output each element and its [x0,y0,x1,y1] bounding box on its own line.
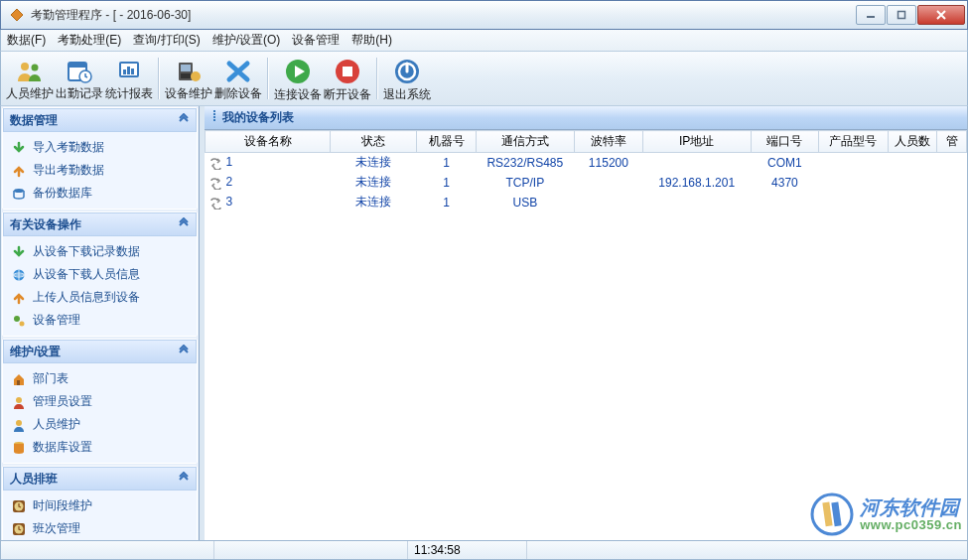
sidebar-item[interactable]: 部门表 [3,367,197,390]
svg-rect-13 [181,65,191,71]
panel-body: 导入考勤数据导出考勤数据备份数据库 [3,132,197,209]
svg-point-28 [16,397,22,403]
grid-column-header[interactable]: 产品型号 [819,131,888,153]
menu-maintain[interactable]: 维护/设置(O) [212,32,281,49]
cell [937,153,967,173]
sidebar-panel: 维护/设置部门表管理员设置人员维护数据库设置 [2,339,198,464]
admin-icon [11,394,27,410]
toolbar-separator [267,58,269,99]
svg-point-3 [32,64,39,70]
table-row[interactable]: 1未连接1RS232/RS485115200COM1 [206,153,967,173]
menu-data[interactable]: 数据(F) [7,32,46,49]
sidebar-item[interactable]: 人员维护 [3,413,197,436]
down-green-icon [11,244,27,260]
svg-point-2 [21,63,29,70]
content-header-icon [210,109,218,126]
svg-rect-35 [213,110,215,112]
globe-icon [11,267,27,283]
toolbar-connect-device[interactable]: 连接设备 [273,55,323,102]
sidebar-item-label: 从设备下载记录数据 [33,243,140,260]
menu-device[interactable]: 设备管理 [292,32,340,49]
toolbar-label: 连接设备 [274,86,322,103]
refresh-icon [209,197,222,210]
grid-column-header[interactable]: 机器号 [417,131,476,153]
grid-column-header[interactable]: 通信方式 [476,131,574,153]
cell [819,153,888,173]
sidebar-item[interactable]: 导出考勤数据 [3,159,197,182]
device-grid[interactable]: 设备名称状态机器号通信方式波特率IP地址端口号产品型号人员数管 1未连接1RS2… [205,130,967,540]
grid-column-header[interactable]: 管 [937,131,967,153]
svg-rect-37 [213,116,215,118]
svg-rect-27 [17,380,20,385]
svg-rect-38 [213,119,215,121]
panel-title: 有关设备操作 [10,216,81,233]
sidebar-item-label: 时间段维护 [33,497,92,514]
sidebar: 数据管理导入考勤数据导出考勤数据备份数据库有关设备操作从设备下载记录数据从设备下… [1,106,200,540]
menu-query[interactable]: 查询/打印(S) [133,32,200,49]
users-icon [16,59,44,83]
svg-rect-10 [127,67,130,74]
chevron-up-icon [178,217,190,231]
sidebar-item[interactable]: 数据库设置 [3,436,197,459]
sidebar-item[interactable]: 从设备下载人员信息 [3,263,197,286]
cell: 1 [417,173,476,193]
toolbar-delete-device[interactable]: 删除设备 [213,55,263,102]
toolbar-exit[interactable]: 退出系统 [382,55,432,102]
cell: TCP/IP [476,173,574,193]
toolbar-disconnect-device[interactable]: 断开设备 [323,55,372,102]
table-row[interactable]: 2未连接1TCP/IP192.168.1.2014370 [206,173,967,193]
main-area: 数据管理导入考勤数据导出考勤数据备份数据库有关设备操作从设备下载记录数据从设备下… [0,106,968,541]
cell [642,153,751,173]
grid-column-header[interactable]: 波特率 [574,131,642,153]
sidebar-item-label: 人员维护 [33,416,80,433]
sidebar-item[interactable]: 导入考勤数据 [3,136,197,159]
svg-marker-0 [11,9,23,21]
grid-column-header[interactable]: 端口号 [751,131,819,153]
cell: 115200 [574,153,642,173]
toolbar-device-maintain[interactable]: 设备维护 [164,55,213,102]
close-button[interactable] [917,5,965,25]
sidebar-item-label: 管理员设置 [33,393,92,410]
sidebar-item[interactable]: 备份数据库 [3,182,197,205]
table-row[interactable]: 3未连接1USB [206,193,967,212]
toolbar-person-maintain[interactable]: 人员维护 [5,55,55,102]
menu-help[interactable]: 帮助(H) [351,32,392,49]
sidebar-item[interactable]: 设备管理 [3,309,197,332]
grid-column-header[interactable]: IP地址 [642,131,751,153]
sidebar-panel: 有关设备操作从设备下载记录数据从设备下载人员信息上传人员信息到设备设备管理 [2,211,198,337]
sidebar-item[interactable]: 管理员设置 [3,390,197,413]
panel-title: 人员排班 [10,471,58,488]
menu-attendance[interactable]: 考勤处理(E) [58,32,121,49]
clock1-icon [11,498,27,514]
panel-header[interactable]: 数据管理 [3,108,197,132]
cell [819,173,888,193]
sidebar-item[interactable]: 上传人员信息到设备 [3,286,197,309]
grid-column-header[interactable]: 人员数 [888,131,937,153]
sidebar-item[interactable]: 从设备下载记录数据 [3,240,197,263]
panel-header[interactable]: 有关设备操作 [3,212,197,236]
toolbar-attend-record[interactable]: 出勤记录 [55,55,104,102]
sidebar-panel: 数据管理导入考勤数据导出考勤数据备份数据库 [2,107,198,210]
grid-column-header[interactable]: 状态 [331,131,417,153]
status-cell [526,541,967,559]
sidebar-item-label: 班次管理 [33,520,80,537]
panel-header[interactable]: 人员排班 [3,467,197,490]
cell: 2 [206,173,331,193]
toolbar-stats-report[interactable]: 统计报表 [104,55,154,102]
minimize-button[interactable] [856,5,886,25]
sidebar-item[interactable]: 班次管理 [3,517,197,540]
toolbar-label: 统计报表 [105,85,153,102]
cell: 未连接 [331,193,417,212]
sidebar-item[interactable]: 时间段维护 [3,494,197,517]
status-cell [1,541,213,559]
chevron-up-icon [178,345,190,358]
toolbar-label: 删除设备 [214,85,262,102]
maximize-button[interactable] [887,5,916,25]
svg-rect-1 [899,12,905,19]
cell: 1 [206,153,331,173]
cell: USB [476,193,574,212]
svg-rect-5 [69,63,86,68]
sidebar-item-label: 上传人员信息到设备 [33,289,140,306]
panel-header[interactable]: 维护/设置 [3,340,197,363]
grid-column-header[interactable]: 设备名称 [206,131,331,153]
